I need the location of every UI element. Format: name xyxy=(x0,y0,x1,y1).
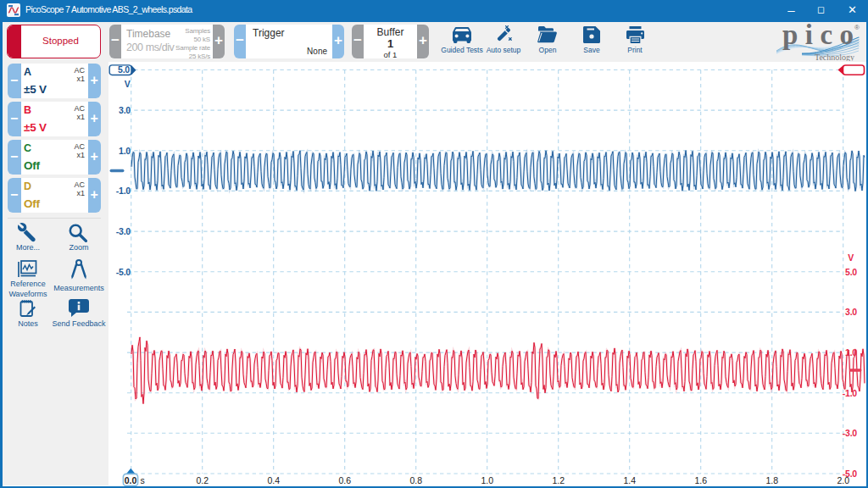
svg-text:-3.0: -3.0 xyxy=(843,428,858,438)
svg-text:-3.0: -3.0 xyxy=(116,226,131,236)
svg-text:0.2: 0.2 xyxy=(196,475,209,485)
svg-text:s: s xyxy=(141,475,145,485)
svg-text:V: V xyxy=(125,79,131,89)
svg-text:pico: pico xyxy=(782,22,854,50)
svg-text:1.2: 1.2 xyxy=(552,475,565,485)
svg-text:1.4: 1.4 xyxy=(623,475,636,485)
svg-text:5.0: 5.0 xyxy=(845,267,857,277)
svg-text:3.0: 3.0 xyxy=(119,105,131,115)
svg-text:0.8: 0.8 xyxy=(409,475,422,485)
svg-text:3.0: 3.0 xyxy=(845,307,857,317)
svg-text:1.0: 1.0 xyxy=(481,475,493,485)
svg-text:1.6: 1.6 xyxy=(694,475,707,485)
svg-text:1.0: 1.0 xyxy=(119,146,131,156)
svg-text:2.0: 2.0 xyxy=(837,475,849,485)
svg-text:Technology: Technology xyxy=(815,53,854,62)
svg-text:0.6: 0.6 xyxy=(338,475,351,485)
svg-text:5.0: 5.0 xyxy=(118,64,130,75)
svg-text:-5.0: -5.0 xyxy=(116,267,131,277)
svg-text:1.8: 1.8 xyxy=(765,475,778,485)
svg-text:0.0: 0.0 xyxy=(125,475,137,485)
svg-text:V: V xyxy=(848,252,854,263)
svg-text:®: ® xyxy=(854,24,860,31)
svg-text:-1.0: -1.0 xyxy=(116,186,131,196)
svg-text:0.4: 0.4 xyxy=(267,475,280,485)
